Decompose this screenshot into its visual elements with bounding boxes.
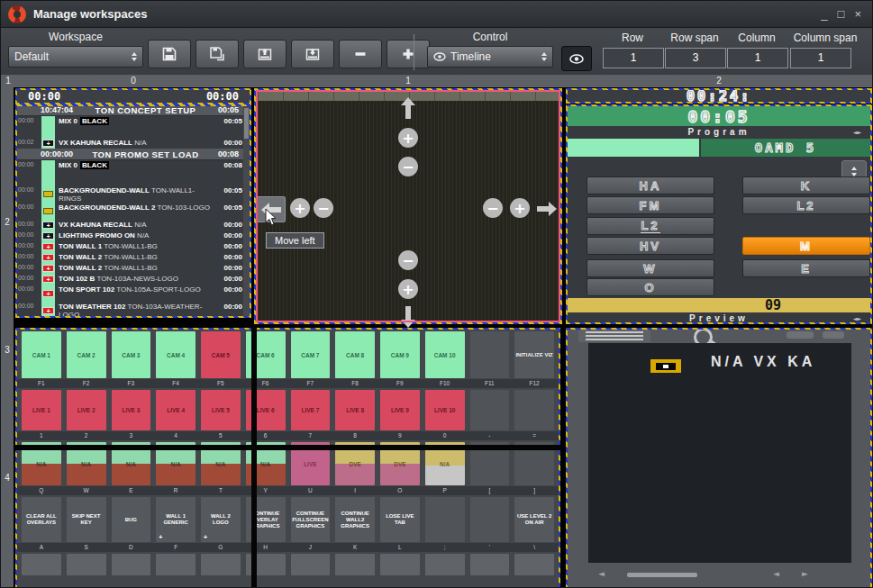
shortcut-button-empty[interactable] bbox=[112, 554, 151, 575]
shortcut-button-live-1[interactable]: LIVE 1 bbox=[22, 390, 61, 430]
add-button[interactable] bbox=[386, 40, 430, 68]
shortcut-button-cam-2[interactable]: CAM 2 bbox=[67, 331, 106, 378]
clock-control[interactable]: 00:00 00:00 bbox=[15, 88, 251, 104]
workspace-select[interactable]: Default bbox=[8, 46, 143, 68]
switcher-key-o[interactable]: O bbox=[587, 278, 714, 296]
playlist-item[interactable]: 00:00BACKGROUNDEND-WALL 2 TON-103-LOGO00… bbox=[15, 203, 251, 220]
switcher-key-hv[interactable]: HV bbox=[587, 237, 714, 255]
timeline-control[interactable]: + − + − − + − + Move left bbox=[254, 88, 562, 324]
shortcut-button-empty[interactable] bbox=[156, 554, 196, 575]
playlist-item[interactable]: 00:00MIX 0BLACK00:08 bbox=[15, 160, 251, 185]
shortcut-button-live-3[interactable]: LIVE 3 bbox=[112, 390, 151, 430]
program-source-bar[interactable] bbox=[568, 139, 699, 157]
move-right-arrow-icon[interactable] bbox=[537, 202, 557, 216]
shortcut-button-cam-7[interactable]: CAM 7 bbox=[291, 331, 331, 378]
shortcut-button-empty[interactable] bbox=[470, 331, 510, 378]
shortcut-button-empty[interactable] bbox=[514, 554, 554, 575]
shortcut-button-skip-next-key[interactable]: SKIP NEXT KEY bbox=[67, 497, 106, 542]
shortcut-button-empty[interactable] bbox=[470, 390, 510, 430]
viz-preview-panel[interactable]: N/A VX KA ◄ ◄ ► bbox=[566, 328, 872, 588]
column-field[interactable]: 1 bbox=[727, 48, 788, 68]
shortcut-button-empty[interactable] bbox=[201, 554, 241, 575]
shortcut-button-empty[interactable] bbox=[335, 554, 375, 575]
remove-button[interactable] bbox=[339, 40, 382, 68]
switcher-key-fm[interactable]: FM bbox=[587, 196, 714, 214]
shortcut-button-continue-wall2-graphics[interactable]: CONTINUE WALL2 GRAPHICS bbox=[335, 497, 375, 542]
shortcut-button-cam-3[interactable]: CAM 3 bbox=[112, 331, 151, 378]
save-workspace-as-button[interactable] bbox=[196, 40, 239, 68]
shortcut-button-live-5[interactable]: LIVE 5 bbox=[201, 390, 241, 430]
shortcut-button-cam-10[interactable]: CAM 10 bbox=[425, 331, 465, 378]
shortcut-button-live-4[interactable]: LIVE 4 bbox=[156, 390, 196, 430]
shortcut-button-empty[interactable] bbox=[514, 390, 554, 430]
scroll-left-icon[interactable]: ◄ bbox=[598, 569, 605, 578]
scroll-left-icon[interactable]: ◄ bbox=[773, 569, 779, 578]
program-bus-bar[interactable]: OAMD 5 bbox=[701, 139, 870, 157]
shortcut-button-empty[interactable] bbox=[425, 497, 465, 542]
viz-scrollbar[interactable]: ◄ ◄ ► bbox=[566, 567, 872, 583]
shortcut-button-empty[interactable] bbox=[425, 554, 465, 575]
shortcut-button-empty[interactable] bbox=[470, 497, 510, 542]
move-up-arrow-icon[interactable] bbox=[401, 97, 415, 119]
playlist-item[interactable]: 00:00BACKGROUNDEND-WALL TON-WALL1-RINGS0… bbox=[15, 185, 251, 203]
shortcut-button-live-10[interactable]: LIVE 10 bbox=[425, 390, 465, 430]
switcher-key-w[interactable]: W bbox=[587, 259, 714, 277]
switcher-key-l2[interactable]: L2 bbox=[587, 217, 714, 235]
shortcut-button-cam-1[interactable]: CAM 1 bbox=[22, 331, 61, 378]
shortcut-button-cam-5[interactable]: CAM 5 bbox=[201, 331, 241, 378]
playlist-group-header[interactable]: 10:47:04TON CONCEPT SETUP00:05 bbox=[15, 104, 251, 116]
rundown-playlist[interactable]: 10:47:04TON CONCEPT SETUP00:0500:00MIX 0… bbox=[15, 104, 251, 318]
shortcut-button-empty[interactable] bbox=[380, 554, 420, 575]
playlist-item[interactable]: 00:00+TON WEATHER 102 TON-103A-WEATHER-L… bbox=[15, 302, 251, 318]
shortcut-button-cam-4[interactable]: CAM 4 bbox=[156, 331, 196, 378]
zoom-out-vertical-button[interactable]: − bbox=[398, 157, 418, 176]
shortcut-button-live-7[interactable]: LIVE 7 bbox=[291, 390, 331, 430]
zoom-out-bottom-button[interactable]: − bbox=[398, 250, 418, 270]
row-span-field[interactable]: 3 bbox=[665, 48, 726, 68]
scrollbar-thumb[interactable] bbox=[627, 573, 697, 577]
zoom-in-bottom-button[interactable]: + bbox=[398, 279, 418, 299]
switcher-key-ha[interactable]: HA bbox=[587, 176, 714, 194]
playlist-item[interactable]: 00:00MIX 0BLACK00:05 bbox=[15, 116, 251, 138]
save-workspace-button[interactable] bbox=[148, 40, 191, 68]
minimize-button[interactable]: _ bbox=[821, 1, 827, 28]
playlist-item[interactable]: 00:00+VX KAHUNA RECALL N/A00:00 bbox=[15, 220, 251, 231]
shortcut-button-use-level-2-on-air[interactable]: USE LEVEL 2 ON AIR bbox=[514, 497, 554, 542]
shortcut-button-cam-9[interactable]: CAM 9 bbox=[380, 331, 420, 378]
preview-eye-toggle[interactable] bbox=[561, 46, 592, 71]
shortcut-button-continue-fullscreen-graphics[interactable]: CONTINUE FULLSCREEN GRAPHICS bbox=[291, 497, 331, 542]
playlist-item[interactable]: 00:02+VX KAHUNA RECALL N/A00:00 bbox=[15, 138, 251, 149]
shortcut-button-cam-8[interactable]: CAM 8 bbox=[335, 331, 375, 378]
shortcut-panel[interactable]: CAM 1CAM 2CAM 3CAM 4CAM 5CAM 6CAM 7CAM 8… bbox=[15, 328, 560, 588]
row-field[interactable]: 1 bbox=[603, 48, 664, 68]
shortcut-button-bug[interactable]: BUG bbox=[112, 497, 151, 542]
shortcut-button-empty[interactable] bbox=[470, 554, 510, 575]
zoom-out-right-button[interactable]: − bbox=[483, 198, 503, 218]
playlist-scrollbar[interactable] bbox=[243, 106, 250, 316]
switcher-key-e[interactable]: E bbox=[742, 259, 870, 277]
zoom-out-left-button[interactable]: − bbox=[314, 198, 333, 218]
shortcut-button-empty[interactable] bbox=[291, 554, 331, 575]
countdown-control[interactable]: 00:24: bbox=[566, 88, 872, 104]
maximize-button[interactable]: □ bbox=[838, 1, 845, 28]
zoom-in-left-button[interactable]: + bbox=[290, 198, 310, 218]
playlist-group-header[interactable]: 00:00:00TON PROMO SET LOAD00:08 bbox=[15, 149, 251, 160]
shortcut-button-empty[interactable] bbox=[22, 554, 61, 575]
shortcut-button-live-9[interactable]: LIVE 9 bbox=[380, 390, 420, 430]
shortcut-button-live-8[interactable]: LIVE 8 bbox=[335, 390, 375, 430]
shortcut-button-live-2[interactable]: LIVE 2 bbox=[67, 390, 106, 430]
shortcut-button-wall-1-generic[interactable]: WALL 1 GENERIC+ bbox=[156, 497, 196, 542]
list-tab[interactable] bbox=[578, 330, 650, 342]
switcher-panel[interactable]: 00:05 Program ◄► OAMD 5 HAFML2HVWOKL2ME … bbox=[566, 104, 872, 324]
playlist-item[interactable]: 00:00+TON WALL 2 TON-WALL1-BG00:00 bbox=[15, 263, 251, 274]
shortcut-button-lose-live-tab[interactable]: LOSE LIVE TAB bbox=[380, 497, 420, 542]
zoom-in-right-button[interactable]: + bbox=[510, 198, 530, 218]
playlist-item[interactable]: 00:00+TON SPORT 102 TON-105A-SPORT-LOGO0… bbox=[15, 285, 251, 302]
playlist-item[interactable]: 00:00+TON 102 B TON-103A-NEWS-LOGO00:00 bbox=[15, 274, 251, 285]
playlist-item[interactable]: 00:00+TON WALL 2 TON-WALL1-BG00:00 bbox=[15, 252, 251, 263]
move-down-arrow-icon[interactable] bbox=[401, 306, 415, 328]
playlist-item[interactable]: 00:00+TON WALL 1 TON-WALL1-BG00:00 bbox=[15, 241, 251, 252]
shortcut-button-initialize-viz[interactable]: INITIALIZE VIZ bbox=[514, 331, 554, 378]
switcher-key-l2[interactable]: L2 bbox=[742, 196, 870, 214]
shortcut-button-wall-2-logo[interactable]: WALL 2 LOGO+ bbox=[201, 497, 241, 542]
